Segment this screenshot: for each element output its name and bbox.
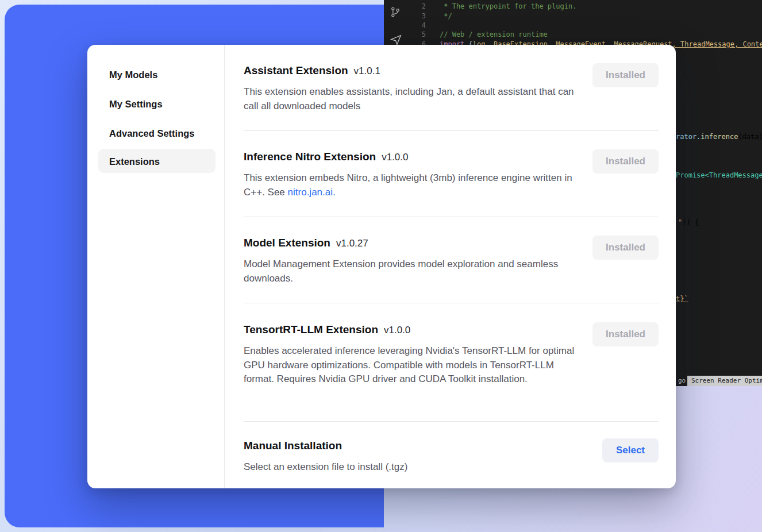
extension-description: Enables accelerated inference leveraging… <box>244 344 577 387</box>
sidebar-item-extensions[interactable]: Extensions <box>109 155 160 168</box>
divider <box>244 217 659 217</box>
extension-description: This extension enables assistants, inclu… <box>244 85 577 113</box>
extension-name: TensortRT-LLM Extension <box>244 322 378 337</box>
code-fragment-inference: rator.inference(data)); <box>676 132 762 141</box>
extension-name: Inference Nitro Extension <box>244 149 376 164</box>
line-number: 4 <box>403 21 426 30</box>
extension-version: v1.0.27 <box>336 238 368 249</box>
extension-version: v1.0.0 <box>382 152 408 163</box>
line-number: 3 <box>403 11 426 21</box>
code-fragment-paren: ")) { <box>678 218 699 227</box>
installed-button[interactable]: Installed <box>592 149 659 174</box>
extension-row: Model Extension v1.0.27 Model Management… <box>244 236 659 286</box>
extension-name: Assistant Extension <box>244 63 348 78</box>
code-line-comment: // Web / extension runtime <box>440 30 548 39</box>
sidebar-item-advanced-settings[interactable]: Advanced Settings <box>109 126 195 140</box>
extension-version: v1.0.0 <box>384 325 410 336</box>
code-line-comment: */ <box>440 11 452 21</box>
code-token: )) { <box>682 218 699 226</box>
extension-version: v1.0.1 <box>354 65 380 77</box>
extension-row: TensortRT-LLM Extension v1.0.0 Enables a… <box>244 322 659 387</box>
extension-description: This extension embeds Nitro, a lightweig… <box>244 171 577 199</box>
installed-button[interactable]: Installed <box>592 322 659 346</box>
status-bar-text: go <box>678 377 686 384</box>
screen-reader-status-chip[interactable]: Screen Reader Optimized <box>687 376 762 386</box>
manual-installation-title: Manual Installation <box>244 438 342 453</box>
extension-row: Assistant Extension v1.0.1 This extensio… <box>244 63 659 113</box>
code-token: rator. <box>676 133 701 141</box>
extension-description: Model Management Extension provides mode… <box>244 257 577 286</box>
source-control-icon[interactable] <box>390 5 401 21</box>
sidebar-item-my-settings[interactable]: My Settings <box>109 97 163 111</box>
select-file-button[interactable]: Select <box>602 438 659 462</box>
line-number: 2 <box>403 2 426 11</box>
installed-button[interactable]: Installed <box>592 63 659 87</box>
code-fragment-template: t}` <box>676 294 688 303</box>
extension-name: Model Extension <box>244 236 330 250</box>
code-token: inference <box>701 133 738 141</box>
nitro-jan-ai-link[interactable]: nitro.jan.ai. <box>288 187 336 198</box>
sidebar-item-my-models[interactable]: My Models <box>109 68 157 82</box>
code-token: (data)); <box>738 133 762 141</box>
settings-modal: My Models My Settings Advanced Settings … <box>87 45 676 488</box>
divider <box>244 303 659 303</box>
code-fragment-promise: Promise<ThreadMessage> <box>676 171 762 180</box>
divider <box>244 130 659 131</box>
line-number: 5 <box>403 30 426 39</box>
divider <box>244 421 659 422</box>
installed-button[interactable]: Installed <box>592 236 659 260</box>
manual-installation-row: Manual Installation Select an extension … <box>244 438 659 475</box>
extension-row: Inference Nitro Extension v1.0.0 This ex… <box>244 149 659 199</box>
divider <box>224 45 225 488</box>
code-line-comment: * The entrypoint for the plugin. <box>440 2 576 11</box>
manual-installation-description: Select an extension file to install (.tg… <box>244 460 577 475</box>
